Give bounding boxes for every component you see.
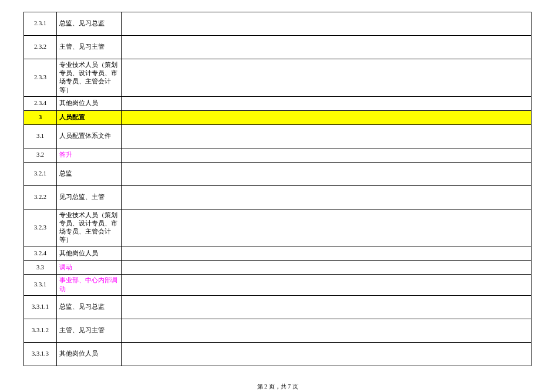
row-content: [122, 319, 532, 342]
row-label: 其他岗位人员: [57, 246, 122, 261]
table-row: 2.3.2主管、见习主管: [24, 36, 532, 59]
table-row: 3人员配置: [24, 110, 532, 124]
table-row: 3.2.2见习总监、主管: [24, 185, 532, 209]
row-number: 3.3: [24, 261, 57, 275]
row-content: [122, 275, 532, 295]
row-label: 专业技术人员（策划专员、设计专员、市场专员、主管会计等）: [57, 59, 122, 97]
row-content: [122, 110, 532, 124]
row-label: 见习总监、主管: [57, 185, 122, 209]
row-number: 3.2: [24, 148, 57, 162]
table-row: 3.2.4其他岗位人员: [24, 246, 532, 261]
row-number: 2.3.4: [24, 96, 57, 110]
table-container: 2.3.1总监、见习总监2.3.2主管、见习主管2.3.3专业技术人员（策划专员…: [23, 12, 532, 366]
row-label: 人员配置: [57, 110, 122, 124]
row-content: [122, 12, 532, 36]
row-content: [122, 246, 532, 261]
row-label: 答升: [57, 148, 122, 162]
row-content: [122, 124, 532, 148]
row-number: 3.2.3: [24, 209, 57, 246]
row-content: [122, 96, 532, 110]
table-row: 3.3.1.3其他岗位人员: [24, 342, 532, 366]
row-label: 主管、见习主管: [57, 319, 122, 342]
table-row: 3.2答升: [24, 148, 532, 162]
table-row: 2.3.4其他岗位人员: [24, 96, 532, 110]
row-label: 主管、见习主管: [57, 36, 122, 59]
row-content: [122, 209, 532, 246]
row-content: [122, 295, 532, 319]
row-number: 3.2.4: [24, 246, 57, 261]
row-label: 专业技术人员（策划专员、设计专员、市场专员、主管会计等）: [57, 209, 122, 246]
table-row: 3.2.1总监: [24, 162, 532, 185]
row-label: 其他岗位人员: [57, 342, 122, 366]
row-number: 3.2.2: [24, 185, 57, 209]
row-number: 3.3.1.2: [24, 319, 57, 342]
row-content: [122, 36, 532, 59]
row-content: [122, 59, 532, 97]
row-content: [122, 185, 532, 209]
row-content: [122, 261, 532, 275]
row-label: 人员配置体系文件: [57, 124, 122, 148]
row-label: 总监、见习总监: [57, 295, 122, 319]
row-label: 总监、见习总监: [57, 12, 122, 36]
table-row: 2.3.3专业技术人员（策划专员、设计专员、市场专员、主管会计等）: [24, 59, 532, 97]
page: 2.3.1总监、见习总监2.3.2主管、见习主管2.3.3专业技术人员（策划专员…: [0, 0, 555, 392]
row-number: 3.3.1.1: [24, 295, 57, 319]
table-row: 3.3.1.2主管、见习主管: [24, 319, 532, 342]
row-number: 3.1: [24, 124, 57, 148]
row-number: 2.3.1: [24, 12, 57, 36]
row-number: 3.3.1: [24, 275, 57, 295]
table-row: 2.3.1总监、见习总监: [24, 12, 532, 36]
row-content: [122, 148, 532, 162]
row-content: [122, 342, 532, 366]
table-row: 3.3.1事业部、中心内部调动: [24, 275, 532, 295]
table-row: 3.3调动: [24, 261, 532, 275]
row-label: 总监: [57, 162, 122, 185]
table-row: 3.2.3专业技术人员（策划专员、设计专员、市场专员、主管会计等）: [24, 209, 532, 246]
content-table: 2.3.1总监、见习总监2.3.2主管、见习主管2.3.3专业技术人员（策划专员…: [23, 12, 532, 366]
table-row: 3.3.1.1总监、见习总监: [24, 295, 532, 319]
row-label: 其他岗位人员: [57, 96, 122, 110]
row-number: 3: [24, 110, 57, 124]
row-number: 3.2.1: [24, 162, 57, 185]
row-label: 调动: [57, 261, 122, 275]
row-number: 2.3.2: [24, 36, 57, 59]
table-row: 3.1人员配置体系文件: [24, 124, 532, 148]
page-footer: 第 2 页，共 7 页: [0, 383, 555, 391]
row-content: [122, 162, 532, 185]
row-label: 事业部、中心内部调动: [57, 275, 122, 295]
row-number: 2.3.3: [24, 59, 57, 97]
row-number: 3.3.1.3: [24, 342, 57, 366]
